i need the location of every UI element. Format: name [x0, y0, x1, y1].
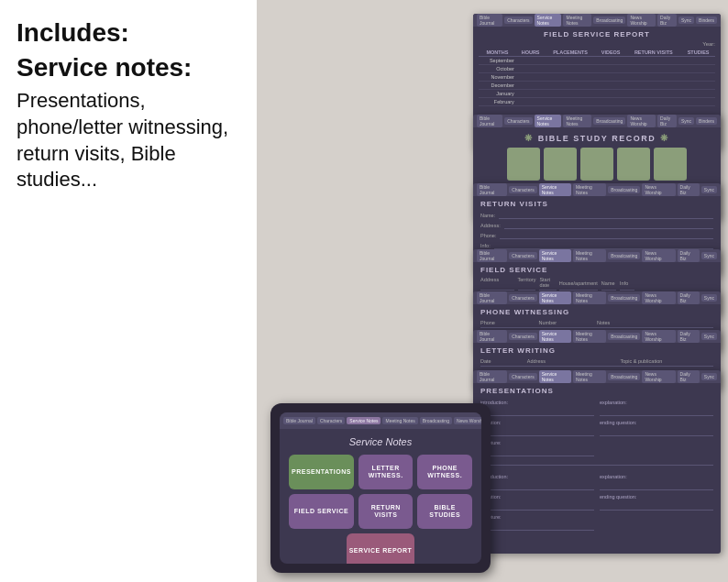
tab-ph-sy: Sync — [701, 294, 717, 302]
fs-field-territory: Territory — [518, 277, 536, 291]
bible-study-boxes — [480, 148, 713, 181]
table-row: December — [479, 82, 715, 90]
field-row-phone: Phone: — [480, 232, 713, 239]
year-label: Year: — [702, 41, 715, 47]
field-service-content: FIELD SERVICE Address Territory Start da… — [473, 262, 721, 294]
tab-db: Daily Biz — [657, 115, 677, 127]
pres-line-end1 — [600, 429, 713, 436]
flower-icon-left: ❋ — [524, 133, 534, 143]
pres-line-end2 — [600, 503, 713, 511]
btn-phone-witness[interactable]: PHONE WITNESS. — [417, 455, 472, 489]
col-studies: STUDIES — [681, 49, 715, 57]
table-row: October — [479, 65, 715, 73]
col-months: MONTHS — [479, 49, 516, 57]
pres-line-scr2 — [480, 523, 594, 531]
fs-field-address: Address — [480, 277, 514, 291]
pres-label-q2: question: — [480, 494, 594, 500]
pres-line-q1 — [480, 429, 594, 436]
tab-ch: Characters — [504, 117, 532, 125]
pres-label-scr1: scripture: — [480, 440, 594, 445]
pres-line-q2 — [480, 503, 594, 511]
study-box-5 — [654, 148, 687, 181]
btn-field-service[interactable]: FIELD SERVICE — [289, 494, 354, 529]
tablet-title: Service Notes — [289, 436, 472, 447]
phone-title: PHONE WITNESSING — [480, 308, 713, 316]
tab-sn: Service Notes — [535, 115, 562, 127]
field-report-title: FIELD SERVICE REPORT — [479, 30, 715, 38]
fs-field-info: Info — [620, 280, 634, 291]
tab-ph-sn: Service Notes — [539, 291, 571, 304]
toolbar-phone: Bible Journal Characters Service Notes M… — [473, 291, 721, 304]
fs-field-name: Name — [601, 280, 616, 291]
tab-sync: Sync — [678, 16, 694, 24]
pres-label-exp2: explanation: — [600, 474, 713, 479]
return-visits-fields: Name: Address: Phone: Info: — [480, 212, 713, 249]
study-box-1 — [507, 148, 540, 181]
return-visits-content: RETURN VISITS Name: Address: Phone: Info… — [473, 196, 721, 253]
col-hours: HOURS — [516, 49, 546, 57]
tab-fs-nw: News Worship — [642, 249, 675, 262]
tab-rv-bj: Bible Journal — [477, 183, 507, 196]
tab-fs-bj: Bible Journal — [477, 249, 507, 262]
btn-return-visits[interactable]: RETURN VISITS — [358, 494, 414, 529]
tab-rv-nw: News Worship — [642, 183, 675, 196]
pres-line-exp2 — [600, 483, 713, 490]
toolbar-return-visits: Bible Journal Characters Service Notes M… — [473, 183, 721, 196]
study-box-2 — [544, 148, 577, 181]
pres-label-intro1: introduction: — [480, 400, 594, 405]
tab-sy: Sync — [678, 117, 694, 125]
presentations-grid: introduction: question: scripture: expla… — [480, 400, 713, 531]
letter-title: LETTER WRITING — [480, 346, 713, 355]
tab-bi: Binders — [696, 117, 717, 125]
letter-content: LETTER WRITING Date Address Topic & publ… — [473, 343, 721, 370]
tab-mn: Meeting Notes — [563, 115, 591, 127]
btn-letter-witness[interactable]: LETTER WITNESS. — [358, 455, 414, 489]
tab-ph-nw: News Worship — [642, 291, 675, 304]
tab-fs-bc: Broadcasting — [608, 252, 640, 259]
col-videos: VIDEOS — [596, 49, 626, 57]
tab-lw-sn: Service Notes — [539, 330, 571, 343]
pres-label-end2: ending question: — [600, 494, 713, 500]
tab-daily: Daily Biz — [657, 14, 677, 27]
pres-label-q1: question: — [480, 420, 594, 425]
field-report-content: FIELD SERVICE REPORT Year: MONTHS HOURS … — [473, 27, 721, 110]
tab-t-ch: Characters — [317, 417, 345, 424]
tab-t-nw: News Worship — [454, 417, 481, 424]
pres-line-intro1 — [480, 409, 594, 416]
tab-t-bc: Broadcasting — [420, 417, 452, 424]
tab-rv-sn: Service Notes — [539, 183, 571, 196]
toolbar-field-service: Bible Journal Characters Service Notes M… — [473, 249, 721, 262]
tab-ph-mn: Meeting Notes — [573, 291, 606, 304]
tab-broadcasting: Broadcasting — [593, 16, 625, 24]
btn-bible-studies[interactable]: BIBLE STUDIES — [417, 494, 472, 529]
presentations-title: PRESENTATIONS — [480, 387, 713, 395]
tab-service-notes: Service Notes — [535, 14, 562, 27]
pres-section-right-2: explanation: ending question: — [600, 474, 713, 531]
study-box-4 — [617, 148, 650, 181]
tab-rv-mn: Meeting Notes — [573, 183, 606, 196]
toolbar-presentations: Bible Journal Characters Service Notes M… — [473, 370, 721, 383]
tab-characters: Characters — [504, 16, 532, 24]
section-divider — [480, 465, 713, 466]
tab-nw: News Worship — [627, 115, 656, 127]
tab-bj: Bible Journal — [477, 115, 502, 127]
tab-lw-bj: Bible Journal — [477, 330, 507, 343]
tab-fs-sy: Sync — [701, 252, 717, 259]
tab-ph-bc: Broadcasting — [608, 294, 640, 302]
tab-rv-db: Daily Biz — [678, 183, 700, 196]
pres-section-left-2: introduction: question: scripture: — [480, 474, 594, 531]
tab-lw-nw: News Worship — [642, 330, 675, 343]
table-row: November — [479, 73, 715, 82]
table-row: January — [479, 90, 715, 98]
phone-table-header: Phone Number Notes — [480, 320, 713, 328]
tab-ph-bj: Bible Journal — [477, 291, 507, 304]
field-row-info: Info: — [480, 242, 713, 249]
table-row: February — [479, 98, 715, 106]
lw-col-address: Address — [527, 358, 621, 364]
ph-col-notes: Notes — [597, 320, 713, 325]
heading: Includes: — [17, 18, 240, 48]
btn-presentations[interactable]: PRESENTATIONS — [289, 455, 354, 489]
btn-service-report[interactable]: SERVICE REPORT — [347, 533, 415, 564]
tab-binders: Binders — [696, 16, 717, 24]
tab-bible-journal: Bible Journal — [477, 14, 502, 27]
